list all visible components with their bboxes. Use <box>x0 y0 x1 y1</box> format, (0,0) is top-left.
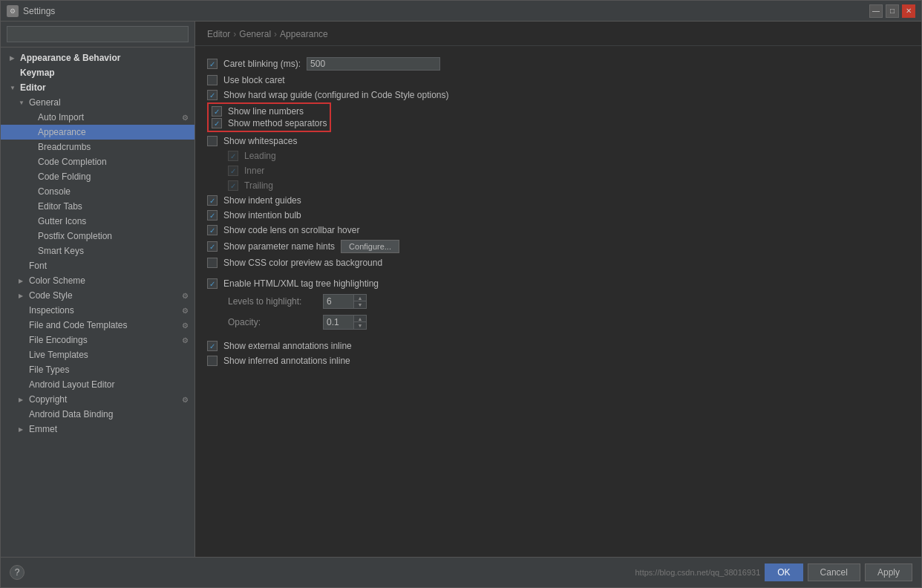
show-whitespaces-checkbox[interactable] <box>207 136 218 146</box>
arrow-icon: ▼ <box>10 85 17 91</box>
sidebar-item-code-style[interactable]: ▶ Code Style ⚙ <box>1 288 194 303</box>
show-method-separators-checkbox[interactable] <box>212 118 222 128</box>
apply-button[interactable]: Apply <box>865 564 912 581</box>
inner-label: Inner <box>244 166 264 176</box>
trailing-label: Trailing <box>244 180 273 191</box>
show-code-lens-checkbox[interactable] <box>207 225 218 235</box>
caret-blinking-input[interactable] <box>307 57 440 71</box>
sidebar-item-copyright[interactable]: ▶ Copyright ⚙ <box>1 392 194 407</box>
arrow-icon: ▶ <box>19 278 26 284</box>
show-param-hints-label: Show parameter name hints <box>223 241 335 252</box>
sidebar-item-file-types[interactable]: File Types <box>1 362 194 377</box>
breadcrumb-part-editor: Editor <box>207 29 230 39</box>
show-inferred-annotations-checkbox[interactable] <box>207 356 218 366</box>
maximize-button[interactable]: □ <box>886 4 899 18</box>
sidebar-item-file-code-templates[interactable]: File and Code Templates ⚙ <box>1 318 194 333</box>
show-external-annotations-checkbox[interactable] <box>207 341 218 351</box>
sidebar-item-keymap[interactable]: Keymap <box>1 65 194 80</box>
show-external-annotations-row: Show external annotations inline <box>207 339 909 353</box>
leading-row: Leading <box>207 148 909 163</box>
sidebar-item-label: Copyright <box>29 394 67 405</box>
sidebar-item-font[interactable]: Font <box>1 258 194 273</box>
sidebar-item-label: Gutter Icons <box>38 216 86 226</box>
breadcrumb-part-appearance: Appearance <box>280 29 328 39</box>
show-inferred-annotations-label: Show inferred annotations inline <box>223 356 350 366</box>
sidebar-item-editor[interactable]: ▼ Editor <box>1 80 194 95</box>
show-intention-bulb-label: Show intention bulb <box>223 210 301 220</box>
sidebar: 🔍 ▶ Appearance & Behavior Keymap ▼ <box>1 22 195 557</box>
sidebar-item-appearance-behavior[interactable]: ▶ Appearance & Behavior <box>1 50 194 65</box>
inner-checkbox[interactable] <box>228 166 238 176</box>
sidebar-item-label: Editor Tabs <box>38 201 82 212</box>
use-block-caret-checkbox[interactable] <box>207 75 218 85</box>
sidebar-item-file-encodings[interactable]: File Encodings ⚙ <box>1 333 194 347</box>
sidebar-item-label: Keymap <box>20 68 55 78</box>
opacity-down-button[interactable]: ▼ <box>354 322 366 329</box>
titlebar: ⚙ Settings — □ ✕ <box>1 1 921 22</box>
show-intention-bulb-checkbox[interactable] <box>207 210 218 220</box>
minimize-button[interactable]: — <box>869 4 883 18</box>
use-block-caret-row: Use block caret <box>207 73 909 88</box>
sidebar-item-color-scheme[interactable]: ▶ Color Scheme <box>1 273 194 288</box>
search-input[interactable] <box>7 26 189 42</box>
sidebar-item-label: Android Data Binding <box>29 409 113 419</box>
sidebar-item-console[interactable]: Console <box>1 184 194 199</box>
trailing-row: Trailing <box>207 178 909 193</box>
show-code-lens-row: Show code lens on scrollbar hover <box>207 223 909 238</box>
sidebar-item-label: File Types <box>29 365 69 375</box>
levels-up-button[interactable]: ▲ <box>354 295 366 301</box>
sidebar-item-inspections[interactable]: Inspections ⚙ <box>1 303 194 318</box>
sidebar-item-code-folding[interactable]: Code Folding <box>1 169 194 184</box>
sidebar-item-smart-keys[interactable]: Smart Keys <box>1 244 194 258</box>
sidebar-item-label: Appearance & Behavior <box>20 53 120 63</box>
sidebar-item-auto-import[interactable]: Auto Import ⚙ <box>1 110 194 125</box>
sidebar-item-label: General <box>29 97 61 108</box>
show-css-color-checkbox[interactable] <box>207 258 218 268</box>
close-button[interactable]: ✕ <box>902 4 915 18</box>
configure-button[interactable]: Configure... <box>341 240 399 253</box>
opacity-label: Opacity: <box>228 317 317 327</box>
watermark-text: https://blog.csdn.net/qq_38016931 <box>635 568 760 577</box>
show-whitespaces-row: Show whitespaces <box>207 134 909 148</box>
opacity-up-button[interactable]: ▲ <box>354 316 366 322</box>
show-method-separators-row: Show method separators <box>210 117 328 129</box>
sidebar-item-label: Live Templates <box>29 350 88 360</box>
show-line-numbers-row: Show line numbers <box>210 105 328 117</box>
sidebar-item-appearance[interactable]: Appearance <box>1 125 194 140</box>
sidebar-item-breadcrumbs[interactable]: Breadcrumbs <box>1 140 194 154</box>
breadcrumb-part-general: General <box>239 29 271 39</box>
sidebar-item-label: Font <box>29 261 47 271</box>
show-indent-guides-checkbox[interactable] <box>207 195 218 206</box>
show-hard-wrap-checkbox[interactable] <box>207 90 218 100</box>
levels-label: Levels to highlight: <box>228 296 317 307</box>
sidebar-item-general[interactable]: ▼ General <box>1 95 194 110</box>
sidebar-item-android-layout-editor[interactable]: Android Layout Editor <box>1 377 194 392</box>
show-css-color-row: Show CSS color preview as background <box>207 255 909 270</box>
sidebar-item-label: Console <box>38 186 71 197</box>
levels-down-button[interactable]: ▼ <box>354 301 366 308</box>
levels-input[interactable] <box>324 295 353 307</box>
caret-blinking-checkbox[interactable] <box>207 59 218 69</box>
settings-icon: ⚙ <box>182 396 189 404</box>
enable-html-xml-checkbox[interactable] <box>207 278 218 289</box>
opacity-input[interactable] <box>324 316 353 328</box>
show-param-hints-checkbox[interactable] <box>207 241 218 252</box>
sidebar-item-editor-tabs[interactable]: Editor Tabs <box>1 199 194 214</box>
sidebar-item-label: Code Completion <box>38 157 107 167</box>
sidebar-item-code-completion[interactable]: Code Completion <box>1 154 194 169</box>
ok-button[interactable]: OK <box>765 564 802 581</box>
leading-checkbox[interactable] <box>228 151 238 161</box>
sidebar-item-emmet[interactable]: ▶ Emmet <box>1 422 194 437</box>
show-indent-guides-label: Show indent guides <box>223 195 301 206</box>
cancel-button[interactable]: Cancel <box>808 564 860 581</box>
sidebar-item-gutter-icons[interactable]: Gutter Icons <box>1 214 194 229</box>
enable-html-xml-row: Enable HTML/XML tag tree highlighting <box>207 276 909 291</box>
show-param-hints-row: Show parameter name hints Configure... <box>207 238 909 255</box>
show-line-numbers-checkbox[interactable] <box>212 106 222 117</box>
trailing-checkbox[interactable] <box>228 180 238 191</box>
sidebar-item-live-templates[interactable]: Live Templates <box>1 347 194 362</box>
sidebar-item-android-data-binding[interactable]: Android Data Binding <box>1 407 194 422</box>
sidebar-item-label: Smart Keys <box>38 246 84 256</box>
sidebar-item-postfix-completion[interactable]: Postfix Completion <box>1 229 194 244</box>
help-button[interactable]: ? <box>10 565 24 580</box>
